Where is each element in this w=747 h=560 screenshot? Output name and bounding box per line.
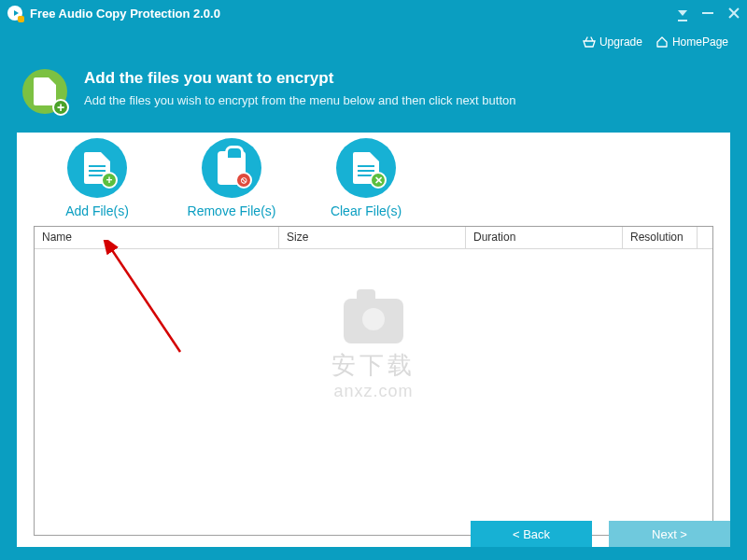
col-size[interactable]: Size xyxy=(279,227,466,249)
home-icon xyxy=(655,36,669,48)
clear-files-label: Clear File(s) xyxy=(331,203,402,218)
homepage-link[interactable]: HomePage xyxy=(655,35,728,49)
upgrade-label: Upgrade xyxy=(599,35,642,49)
col-end xyxy=(698,227,712,249)
close-button[interactable] xyxy=(728,7,740,19)
window-controls xyxy=(678,7,740,19)
col-duration[interactable]: Duration xyxy=(466,227,623,249)
clear-files-icon: ✕ xyxy=(336,138,396,198)
col-name[interactable]: Name xyxy=(35,227,279,249)
back-button[interactable]: < Back xyxy=(471,521,592,547)
dropdown-icon[interactable] xyxy=(678,10,687,16)
page-header: + Add the files you want to encrypt Add … xyxy=(0,58,747,133)
table-body[interactable] xyxy=(35,249,712,535)
page-title: Add the files you want to encrypt xyxy=(84,69,515,88)
remove-files-label: Remove File(s) xyxy=(188,203,276,218)
table-header: Name Size Duration Resolution xyxy=(35,227,712,249)
app-title: Free Audio Copy Protection 2.0.0 xyxy=(30,7,220,21)
homepage-label: HomePage xyxy=(672,35,728,49)
app-icon xyxy=(7,6,22,21)
add-files-button[interactable]: + Add File(s) xyxy=(52,138,142,218)
title-bar: Free Audio Copy Protection 2.0.0 xyxy=(0,0,747,26)
app-window: Free Audio Copy Protection 2.0.0 Upgrade… xyxy=(0,0,747,560)
page-subtitle: Add the files you wish to encrypt from t… xyxy=(84,93,515,107)
top-links: Upgrade HomePage xyxy=(0,26,747,58)
basket-icon xyxy=(583,36,596,48)
upgrade-link[interactable]: Upgrade xyxy=(583,35,642,49)
add-files-label: Add File(s) xyxy=(65,203,129,218)
remove-files-button[interactable]: ⦸ Remove File(s) xyxy=(187,138,276,218)
remove-files-icon: ⦸ xyxy=(202,138,261,198)
action-row: + Add File(s) ⦸ Remove File(s) ✕ Clear F… xyxy=(17,133,730,226)
files-table: Name Size Duration Resolution xyxy=(34,226,713,536)
header-icon: + xyxy=(22,69,67,114)
col-resolution[interactable]: Resolution xyxy=(623,227,698,249)
content-panel: + Add File(s) ⦸ Remove File(s) ✕ Clear F… xyxy=(17,133,730,547)
minimize-button[interactable] xyxy=(702,12,713,14)
clear-files-button[interactable]: ✕ Clear File(s) xyxy=(321,138,411,218)
add-files-icon: + xyxy=(67,138,127,198)
next-button[interactable]: Next > xyxy=(609,521,730,547)
wizard-nav: < Back Next > xyxy=(471,521,730,547)
